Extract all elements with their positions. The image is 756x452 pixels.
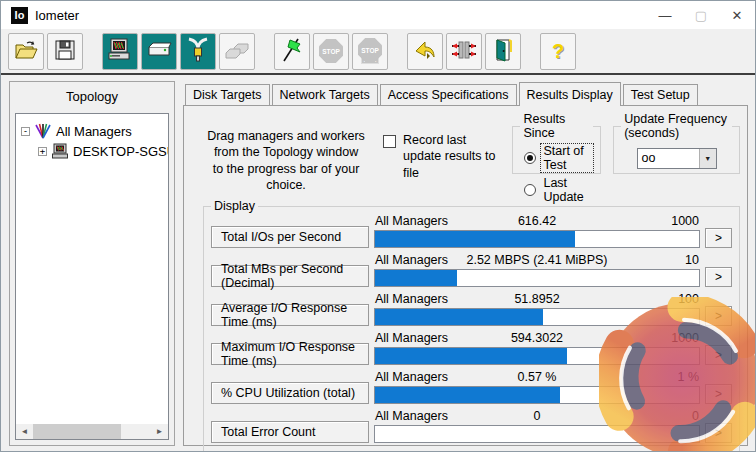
reset-workers-button[interactable] (407, 33, 443, 70)
tab-panel: Disk Targets Network Targets Access Spec… (183, 81, 748, 446)
tree-item-manager[interactable]: + DESKTOP-SGSU4 (21, 141, 168, 161)
radio-button[interactable] (524, 152, 536, 164)
results-display-content: Drag managers and workers from the Topol… (183, 105, 748, 446)
save-button[interactable] (47, 33, 83, 70)
scrollbar-thumb[interactable] (33, 424, 121, 439)
bar-info: All Managers 594.3022 1000 (374, 331, 700, 347)
topology-tree-items: - All Managers + DESKTOP-SGSU4 (16, 114, 168, 424)
update-frequency-select[interactable]: oo ▼ (637, 148, 717, 169)
metric-select-button[interactable]: Total MBs per Second (Decimal) (211, 265, 369, 287)
drive-icon (146, 41, 172, 62)
radio-button[interactable] (524, 184, 536, 196)
result-row-cpu-utilization: % CPU Utilization (total) All Managers 0… (211, 370, 732, 404)
progress-bar-area[interactable]: All Managers 51.8952 100 (374, 292, 700, 326)
computer-icon (107, 38, 133, 65)
network-target-button[interactable] (180, 33, 216, 70)
metric-select-button[interactable]: Maximum I/O Response Time (ms) (211, 343, 369, 365)
bar-value: 2.52 MBPS (2.41 MiBPS) (374, 253, 700, 267)
expand-row-button[interactable]: > (705, 384, 732, 404)
metric-select-button[interactable]: % CPU Utilization (total) (211, 382, 369, 404)
manager-computer-icon (51, 143, 69, 159)
tree-item-all-managers[interactable]: - All Managers (21, 121, 168, 141)
iometer-window: Io Iometer — ▢ ✕ (0, 0, 756, 452)
minimize-button[interactable]: — (647, 1, 683, 29)
start-tests-button[interactable] (274, 33, 310, 70)
network-cable-icon (186, 37, 210, 66)
results-options-row: Drag managers and workers from the Topol… (191, 112, 740, 193)
result-row-max-response: Maximum I/O Response Time (ms) All Manag… (211, 331, 732, 365)
stop-icon: STOP (318, 38, 344, 64)
record-results-checkbox[interactable] (383, 135, 396, 148)
progress-fill (375, 309, 543, 325)
main-area: Topology - All Managers + (1, 75, 755, 451)
open-file-button[interactable] (8, 33, 44, 70)
metric-select-button[interactable]: Average I/O Response Time (ms) (211, 304, 369, 326)
tab-access-specifications[interactable]: Access Specifications (380, 84, 517, 106)
bar-max: 0 (692, 409, 699, 423)
maximize-button: ▢ (683, 1, 719, 29)
app-icon: Io (11, 7, 28, 24)
expand-row-button[interactable]: > (705, 423, 732, 443)
disk-target-button[interactable] (141, 33, 177, 70)
horizontal-scrollbar[interactable]: ◄ ► (16, 424, 168, 439)
radio-label[interactable]: Start of Test (541, 144, 593, 172)
record-results-label: Record last update results to file (403, 132, 500, 181)
progress-track[interactable] (374, 386, 700, 404)
bar-max: 10 (685, 253, 699, 267)
progress-bar-area[interactable]: All Managers 0 0 (374, 409, 700, 443)
bar-info: All Managers 616.42 1000 (374, 214, 700, 230)
progress-track[interactable] (374, 230, 700, 248)
expand-row-button[interactable]: > (705, 345, 732, 365)
bar-value: 51.8952 (374, 292, 700, 306)
bar-info: All Managers 51.8952 100 (374, 292, 700, 308)
chevron-down-icon[interactable]: ▼ (699, 149, 716, 168)
progress-track[interactable] (374, 269, 700, 287)
tab-network-targets[interactable]: Network Targets (272, 84, 378, 106)
exit-button[interactable] (485, 33, 521, 70)
progress-track[interactable] (374, 347, 700, 365)
window-title: Iometer (35, 8, 79, 23)
bar-max: 1000 (671, 331, 699, 345)
progress-track[interactable] (374, 425, 700, 443)
progress-fill (375, 387, 560, 403)
expand-row-button[interactable]: > (705, 228, 732, 248)
metric-select-button[interactable]: Total Error Count (211, 421, 369, 443)
stop-all-icon: STOP ALL (357, 38, 383, 64)
expand-row-button[interactable]: > (705, 267, 732, 287)
scrollbar-track[interactable] (121, 424, 151, 439)
managers-fan-icon (34, 123, 52, 139)
interface-config-button[interactable] (446, 33, 482, 70)
progress-bar-area[interactable]: All Managers 2.52 MBPS (2.41 MiBPS) 10 (374, 253, 700, 287)
drag-hint-line: Drag managers and workers (205, 128, 367, 144)
expand-expander[interactable]: + (38, 147, 47, 156)
result-row-total-errors: Total Error Count All Managers 0 0 > (211, 409, 732, 443)
result-row-total-ios: Total I/Os per Second All Managers 616.4… (211, 214, 732, 248)
stop-test-button-disabled: STOP (313, 33, 349, 70)
exit-door-icon (492, 38, 514, 65)
open-folder-icon (14, 40, 38, 63)
progress-bar-area[interactable]: All Managers 0.57 % 1 % (374, 370, 700, 404)
close-button[interactable]: ✕ (719, 1, 755, 29)
tree-item-label[interactable]: DESKTOP-SGSU4 (73, 144, 168, 159)
collapse-expander[interactable]: - (21, 127, 30, 136)
progress-bar-area[interactable]: All Managers 594.3022 1000 (374, 331, 700, 365)
progress-fill (375, 231, 575, 247)
display-legend: Display (211, 199, 258, 213)
help-button[interactable]: ? (540, 33, 576, 70)
tab-disk-targets[interactable]: Disk Targets (185, 84, 270, 106)
progress-track[interactable] (374, 308, 700, 326)
radio-start-of-test[interactable]: Start of Test (524, 144, 593, 172)
metric-select-button[interactable]: Total I/Os per Second (211, 226, 369, 248)
start-new-manager-button[interactable] (102, 33, 138, 70)
stop-all-tests-button-disabled: STOP ALL (352, 33, 388, 70)
tab-results-display[interactable]: Results Display (519, 82, 621, 106)
update-frequency-group: Update Frequency (seconds) oo ▼ (613, 112, 740, 174)
scroll-left-icon[interactable]: ◄ (16, 424, 33, 439)
record-results-option[interactable]: Record last update results to file (383, 132, 500, 181)
topology-panel: Topology - All Managers + (9, 81, 175, 446)
progress-bar-area[interactable]: All Managers 616.42 1000 (374, 214, 700, 248)
expand-row-button[interactable]: > (705, 306, 732, 326)
tree-item-label[interactable]: All Managers (56, 124, 132, 139)
scroll-right-icon[interactable]: ► (151, 424, 168, 439)
tab-test-setup[interactable]: Test Setup (623, 84, 698, 106)
